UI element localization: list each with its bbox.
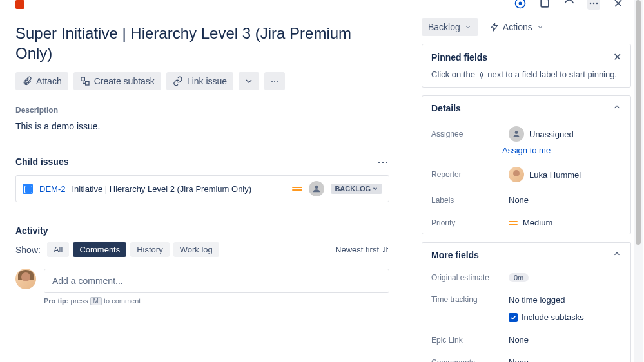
reporter-avatar (509, 167, 524, 182)
time-tracking-label: Time tracking (431, 295, 509, 304)
details-title: Details (431, 103, 461, 113)
sort-button[interactable]: Newest first (335, 245, 389, 254)
more-fields-panel: More fields Original estimate 0m Time tr… (422, 242, 631, 362)
priority-value: Medium (523, 218, 552, 227)
svg-point-1 (519, 2, 522, 5)
dots-icon (269, 76, 280, 86)
feedback-icon[interactable] (514, 0, 527, 10)
child-assignee-avatar[interactable] (309, 181, 324, 196)
comment-input[interactable]: Add a comment... (44, 269, 389, 293)
child-status-label: BACKLOG (335, 185, 371, 193)
breadcrumb[interactable] (15, 0, 389, 9)
actions-dropdown[interactable]: Actions (483, 18, 551, 36)
include-subtasks-label: Include subtasks (522, 312, 584, 322)
details-panel: Details Assignee Unassigned Assign to me… (422, 95, 631, 234)
include-subtasks-checkbox[interactable]: Include subtasks (509, 312, 584, 322)
subtask-icon (80, 76, 90, 86)
epic-link-value: None (509, 335, 621, 345)
status-dropdown[interactable]: Backlog (422, 18, 478, 36)
scrollbar-thumb[interactable] (636, 0, 641, 245)
child-issue-row[interactable]: DEM-2 Initiative | Hierarchy Level 2 (Ji… (15, 175, 389, 202)
svg-point-11 (315, 186, 318, 189)
chevron-up-icon[interactable] (612, 102, 621, 113)
svg-point-10 (277, 81, 278, 82)
lightning-icon (490, 23, 499, 32)
chevron-down-icon (244, 76, 254, 86)
svg-point-3 (590, 3, 592, 5)
svg-point-8 (271, 81, 273, 82)
svg-point-12 (515, 131, 518, 134)
epic-link-field[interactable]: Epic Link None (422, 329, 630, 351)
epic-link-label: Epic Link (431, 336, 509, 345)
components-label: Components (431, 358, 509, 363)
priority-icon (292, 184, 302, 194)
chevron-up-icon[interactable] (612, 249, 621, 260)
close-pinned-icon[interactable]: ✕ (613, 51, 621, 63)
svg-rect-6 (81, 77, 84, 81)
labels-field[interactable]: Labels None (422, 189, 630, 211)
vertical-scrollbar[interactable] (634, 0, 643, 362)
child-issues-title: Child issues (15, 157, 68, 167)
labels-label: Labels (431, 196, 509, 205)
link-icon (173, 76, 183, 86)
watch-icon[interactable] (538, 0, 551, 10)
time-tracking-field[interactable]: Time tracking No time logged Include sub… (422, 289, 630, 329)
attach-button[interactable]: Attach (15, 72, 68, 90)
tab-worklog[interactable]: Work log (173, 242, 219, 257)
more-icon[interactable] (587, 0, 600, 10)
pinned-title: Pinned fields (431, 52, 487, 62)
link-issue-button[interactable]: Link issue (166, 72, 233, 90)
link-dropdown-button[interactable] (239, 72, 259, 90)
priority-medium-icon (509, 221, 518, 225)
assignee-label: Assignee (431, 129, 509, 138)
reporter-field[interactable]: Reporter Luka Hummel (422, 160, 630, 189)
create-subtask-button[interactable]: Create subtask (73, 72, 161, 90)
original-estimate-field[interactable]: Original estimate 0m (422, 267, 630, 289)
child-issue-type-icon (23, 184, 33, 194)
original-estimate-value: 0m (509, 273, 529, 282)
reporter-value: Luka Hummel (529, 170, 581, 180)
assignee-value: Unassigned (529, 129, 574, 139)
issue-type-icon (15, 0, 24, 9)
checkbox-checked-icon (509, 313, 518, 322)
sort-label: Newest first (335, 245, 379, 254)
pinned-hint: Click on the next to a field label to st… (422, 70, 630, 87)
show-label: Show: (15, 245, 41, 255)
status-label: Backlog (428, 22, 460, 32)
issue-title[interactable]: Super Initiative | Hierarchy Level 3 (Ji… (15, 23, 389, 63)
description-text[interactable]: This is a demo issue. (15, 121, 389, 131)
share-icon[interactable] (563, 0, 576, 10)
more-actions-button[interactable] (264, 72, 285, 90)
original-estimate-label: Original estimate (431, 273, 509, 282)
chevron-down-icon (464, 23, 472, 31)
priority-label: Priority (431, 218, 509, 227)
assign-to-me-link[interactable]: Assign to me (422, 146, 630, 160)
svg-rect-7 (85, 82, 88, 85)
child-issues-more-icon[interactable]: ⋯ (377, 155, 389, 169)
pin-icon (478, 71, 485, 79)
tab-comments[interactable]: Comments (73, 242, 126, 257)
child-issue-summary[interactable]: Initiative | Hierarchy Level 2 (Jira Pre… (72, 184, 286, 194)
components-field[interactable]: Components None (422, 351, 630, 362)
description-label: Description (15, 106, 389, 115)
pinned-fields-panel: Pinned fields ✕ Click on the next to a f… (422, 44, 631, 88)
child-issue-status[interactable]: BACKLOG (331, 184, 382, 194)
svg-point-5 (596, 3, 598, 5)
reporter-label: Reporter (431, 170, 509, 179)
close-icon[interactable] (612, 0, 625, 10)
more-fields-header[interactable]: More fields (422, 243, 630, 267)
actions-label: Actions (503, 22, 532, 32)
child-issue-key[interactable]: DEM-2 (39, 184, 65, 194)
link-issue-label: Link issue (187, 76, 227, 86)
chevron-down-icon (372, 186, 378, 192)
priority-field[interactable]: Priority Medium (422, 211, 630, 234)
create-subtask-label: Create subtask (94, 76, 155, 86)
unassigned-avatar-icon (509, 126, 524, 142)
tab-history[interactable]: History (130, 242, 169, 257)
assignee-field[interactable]: Assignee Unassigned (422, 120, 630, 148)
more-fields-title: More fields (431, 250, 479, 260)
labels-value: None (509, 195, 621, 205)
attach-icon (22, 76, 32, 86)
details-header[interactable]: Details (422, 96, 630, 120)
tab-all[interactable]: All (47, 242, 69, 257)
